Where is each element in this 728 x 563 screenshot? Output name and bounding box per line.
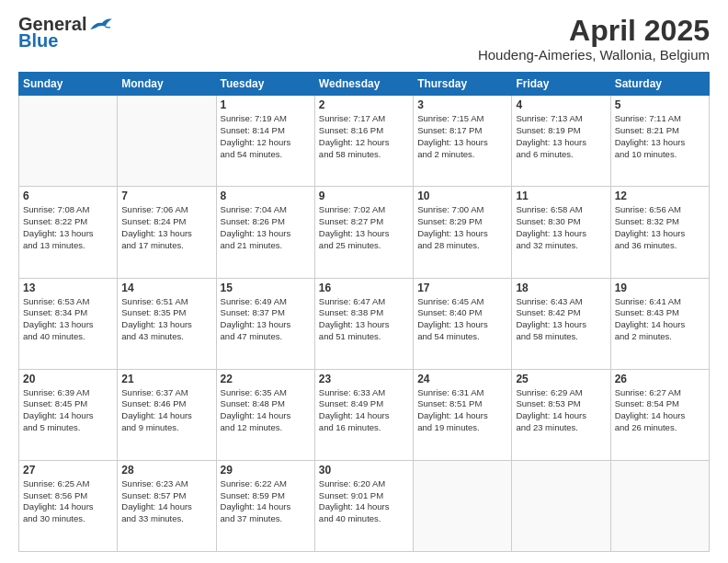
- day-number: 17: [417, 282, 507, 294]
- calendar-cell: 23Sunrise: 6:33 AM Sunset: 8:49 PM Dayli…: [314, 369, 413, 460]
- day-number: 25: [516, 373, 606, 385]
- calendar-cell: 6Sunrise: 7:08 AM Sunset: 8:22 PM Daylig…: [19, 187, 118, 278]
- calendar-cell: 15Sunrise: 6:49 AM Sunset: 8:37 PM Dayli…: [216, 278, 314, 369]
- calendar-cell: 5Sunrise: 7:11 AM Sunset: 8:21 PM Daylig…: [610, 96, 709, 187]
- calendar-cell: 17Sunrise: 6:45 AM Sunset: 8:40 PM Dayli…: [414, 278, 512, 369]
- day-info: Sunrise: 6:33 AM Sunset: 8:49 PM Dayligh…: [319, 387, 409, 434]
- day-info: Sunrise: 6:49 AM Sunset: 8:37 PM Dayligh…: [221, 296, 311, 343]
- day-info: Sunrise: 7:08 AM Sunset: 8:22 PM Dayligh…: [23, 204, 113, 251]
- day-info: Sunrise: 6:39 AM Sunset: 8:45 PM Dayligh…: [23, 387, 113, 434]
- day-info: Sunrise: 7:02 AM Sunset: 8:27 PM Dayligh…: [319, 204, 409, 251]
- day-info: Sunrise: 6:53 AM Sunset: 8:34 PM Dayligh…: [23, 296, 113, 343]
- calendar-cell: 18Sunrise: 6:43 AM Sunset: 8:42 PM Dayli…: [512, 278, 610, 369]
- calendar-cell: 16Sunrise: 6:47 AM Sunset: 8:38 PM Dayli…: [314, 278, 413, 369]
- day-number: 20: [23, 373, 113, 385]
- logo-blue: Blue: [18, 31, 58, 50]
- calendar-header-row: SundayMondayTuesdayWednesdayThursdayFrid…: [19, 73, 710, 96]
- weekday-header-monday: Monday: [118, 73, 216, 96]
- calendar-week-4: 20Sunrise: 6:39 AM Sunset: 8:45 PM Dayli…: [19, 369, 710, 460]
- calendar-cell: [118, 96, 216, 187]
- day-number: 13: [23, 282, 113, 294]
- logo: General Blue: [18, 15, 114, 50]
- calendar-week-1: 1Sunrise: 7:19 AM Sunset: 8:14 PM Daylig…: [19, 96, 710, 187]
- day-info: Sunrise: 6:51 AM Sunset: 8:35 PM Dayligh…: [121, 296, 211, 343]
- day-info: Sunrise: 6:20 AM Sunset: 9:01 PM Dayligh…: [319, 478, 409, 525]
- day-number: 15: [221, 282, 311, 294]
- day-info: Sunrise: 6:25 AM Sunset: 8:56 PM Dayligh…: [23, 478, 113, 525]
- day-info: Sunrise: 7:15 AM Sunset: 8:17 PM Dayligh…: [417, 113, 507, 160]
- day-info: Sunrise: 6:41 AM Sunset: 8:43 PM Dayligh…: [615, 296, 705, 343]
- calendar-cell: 24Sunrise: 6:31 AM Sunset: 8:51 PM Dayli…: [414, 369, 512, 460]
- calendar-cell: 26Sunrise: 6:27 AM Sunset: 8:54 PM Dayli…: [610, 369, 709, 460]
- day-info: Sunrise: 7:17 AM Sunset: 8:16 PM Dayligh…: [319, 113, 409, 160]
- calendar-week-5: 27Sunrise: 6:25 AM Sunset: 8:56 PM Dayli…: [19, 460, 710, 551]
- day-number: 8: [221, 190, 311, 202]
- weekday-header-friday: Friday: [512, 73, 610, 96]
- calendar-cell: 2Sunrise: 7:17 AM Sunset: 8:16 PM Daylig…: [314, 96, 413, 187]
- calendar-cell: 8Sunrise: 7:04 AM Sunset: 8:26 PM Daylig…: [216, 187, 314, 278]
- calendar-cell: 30Sunrise: 6:20 AM Sunset: 9:01 PM Dayli…: [314, 460, 413, 551]
- day-info: Sunrise: 6:31 AM Sunset: 8:51 PM Dayligh…: [417, 387, 507, 434]
- day-info: Sunrise: 6:22 AM Sunset: 8:59 PM Dayligh…: [221, 478, 311, 525]
- day-number: 14: [121, 282, 211, 294]
- day-info: Sunrise: 6:35 AM Sunset: 8:48 PM Dayligh…: [221, 387, 311, 434]
- calendar-cell: 11Sunrise: 6:58 AM Sunset: 8:30 PM Dayli…: [512, 187, 610, 278]
- calendar-cell: 25Sunrise: 6:29 AM Sunset: 8:53 PM Dayli…: [512, 369, 610, 460]
- weekday-header-sunday: Sunday: [19, 73, 118, 96]
- day-info: Sunrise: 6:58 AM Sunset: 8:30 PM Dayligh…: [516, 204, 606, 251]
- calendar-cell: 7Sunrise: 7:06 AM Sunset: 8:24 PM Daylig…: [118, 187, 216, 278]
- day-info: Sunrise: 7:00 AM Sunset: 8:29 PM Dayligh…: [417, 204, 507, 251]
- header: General Blue April 2025 Houdeng-Aimeries…: [18, 15, 710, 63]
- weekday-header-thursday: Thursday: [414, 73, 512, 96]
- calendar-cell: [512, 460, 610, 551]
- calendar-cell: 1Sunrise: 7:19 AM Sunset: 8:14 PM Daylig…: [216, 96, 314, 187]
- day-info: Sunrise: 7:04 AM Sunset: 8:26 PM Dayligh…: [221, 204, 311, 251]
- day-number: 21: [121, 373, 211, 385]
- calendar-cell: [414, 460, 512, 551]
- day-number: 26: [615, 373, 705, 385]
- weekday-header-saturday: Saturday: [610, 73, 709, 96]
- day-number: 27: [23, 464, 113, 477]
- logo-icon: [88, 15, 114, 33]
- day-info: Sunrise: 6:27 AM Sunset: 8:54 PM Dayligh…: [615, 387, 705, 434]
- calendar-cell: 27Sunrise: 6:25 AM Sunset: 8:56 PM Dayli…: [19, 460, 118, 551]
- day-number: 16: [319, 282, 409, 294]
- day-info: Sunrise: 7:11 AM Sunset: 8:21 PM Dayligh…: [615, 113, 705, 160]
- day-number: 22: [221, 373, 311, 385]
- day-number: 3: [417, 98, 507, 111]
- day-info: Sunrise: 7:13 AM Sunset: 8:19 PM Dayligh…: [516, 113, 606, 160]
- day-number: 2: [319, 98, 409, 111]
- calendar-cell: 28Sunrise: 6:23 AM Sunset: 8:57 PM Dayli…: [118, 460, 216, 551]
- calendar-cell: 19Sunrise: 6:41 AM Sunset: 8:43 PM Dayli…: [610, 278, 709, 369]
- weekday-header-wednesday: Wednesday: [314, 73, 413, 96]
- calendar-cell: 14Sunrise: 6:51 AM Sunset: 8:35 PM Dayli…: [118, 278, 216, 369]
- day-info: Sunrise: 6:56 AM Sunset: 8:32 PM Dayligh…: [615, 204, 705, 251]
- calendar-cell: 10Sunrise: 7:00 AM Sunset: 8:29 PM Dayli…: [414, 187, 512, 278]
- calendar-cell: [19, 96, 118, 187]
- day-number: 12: [615, 190, 705, 202]
- day-number: 5: [615, 98, 705, 111]
- day-info: Sunrise: 7:19 AM Sunset: 8:14 PM Dayligh…: [221, 113, 311, 160]
- day-info: Sunrise: 6:47 AM Sunset: 8:38 PM Dayligh…: [319, 296, 409, 343]
- page: General Blue April 2025 Houdeng-Aimeries…: [0, 0, 728, 563]
- calendar-cell: 20Sunrise: 6:39 AM Sunset: 8:45 PM Dayli…: [19, 369, 118, 460]
- calendar-table: SundayMondayTuesdayWednesdayThursdayFrid…: [18, 72, 710, 552]
- day-number: 18: [516, 282, 606, 294]
- day-number: 6: [23, 190, 113, 202]
- day-number: 19: [615, 282, 705, 294]
- calendar-cell: 21Sunrise: 6:37 AM Sunset: 8:46 PM Dayli…: [118, 369, 216, 460]
- day-info: Sunrise: 6:29 AM Sunset: 8:53 PM Dayligh…: [516, 387, 606, 434]
- calendar-cell: 4Sunrise: 7:13 AM Sunset: 8:19 PM Daylig…: [512, 96, 610, 187]
- day-number: 7: [121, 190, 211, 202]
- day-info: Sunrise: 6:45 AM Sunset: 8:40 PM Dayligh…: [417, 296, 507, 343]
- day-number: 29: [221, 464, 311, 477]
- day-number: 9: [319, 190, 409, 202]
- day-number: 28: [121, 464, 211, 477]
- calendar-cell: 3Sunrise: 7:15 AM Sunset: 8:17 PM Daylig…: [414, 96, 512, 187]
- day-number: 1: [221, 98, 311, 111]
- calendar-week-3: 13Sunrise: 6:53 AM Sunset: 8:34 PM Dayli…: [19, 278, 710, 369]
- day-number: 24: [417, 373, 507, 385]
- calendar-cell: [610, 460, 709, 551]
- calendar-cell: 22Sunrise: 6:35 AM Sunset: 8:48 PM Dayli…: [216, 369, 314, 460]
- calendar-cell: 29Sunrise: 6:22 AM Sunset: 8:59 PM Dayli…: [216, 460, 314, 551]
